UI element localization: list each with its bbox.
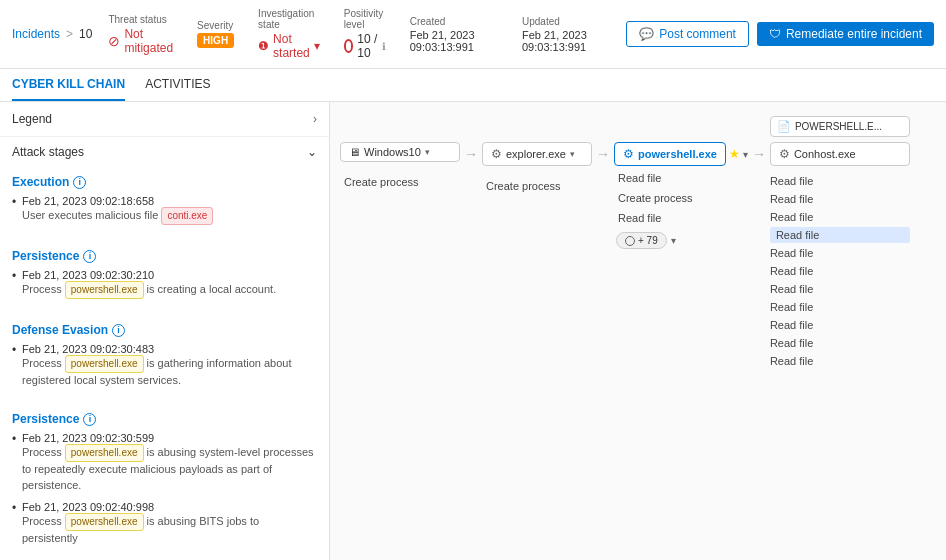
create-process-3: Create process [614, 190, 748, 206]
attack-stages-header[interactable]: Attack stages ⌄ [0, 137, 329, 167]
positivity-value: 10 / 10 ℹ [344, 32, 386, 60]
arrow-2: → [596, 146, 610, 162]
comment-icon: 💬 [639, 27, 654, 41]
rf-0: Read file [770, 173, 910, 189]
arrow-1: → [464, 146, 478, 162]
left-panel: Legend › Attack stages ⌄ Execution i Feb… [0, 102, 330, 560]
updated-item: Updated Feb 21, 2023 09:03:13:991 [522, 16, 610, 53]
threat-status-item: Threat status ⊘ Not mitigated [108, 14, 173, 55]
more-chevron-button[interactable]: ▾ [671, 235, 676, 246]
arrow-3: → [752, 146, 766, 162]
rf-2: Read file [770, 209, 910, 225]
create-process-2: Create process [482, 178, 592, 194]
powershell-child-icon: 📄 [777, 120, 791, 133]
stage-defense-evasion: Defense Evasion i Feb 21, 2023 09:02:30:… [0, 315, 329, 404]
breadcrumb-separator: > [66, 27, 73, 41]
threat-status-value: ⊘ Not mitigated [108, 27, 173, 55]
explorer-node[interactable]: ⚙ explorer.exe ▾ [482, 142, 592, 166]
threat-status-label: Threat status [108, 14, 173, 25]
investigation-label: Investigation state [258, 8, 320, 30]
main-content: Legend › Attack stages ⌄ Execution i Feb… [0, 102, 946, 560]
defense-info-icon: i [112, 324, 125, 337]
windows10-node[interactable]: 🖥 Windows10 ▾ [340, 142, 460, 162]
info-icon: ℹ [382, 41, 386, 52]
header: Incidents > 10 Threat status ⊘ Not mitig… [0, 0, 946, 69]
stage-persistence-2: Persistence i Feb 21, 2023 09:02:30:599 … [0, 404, 329, 560]
conti-exe-tag: conti.exe [161, 207, 213, 225]
positivity-item: Positivity level 10 / 10 ℹ [344, 8, 386, 60]
rf-5: Read file [770, 263, 910, 279]
rf-1: Read file [770, 191, 910, 207]
created-value: Feb 21, 2023 09:03:13:991 [410, 29, 498, 53]
investigation-value[interactable]: ❶ Not started ▾ [258, 32, 320, 60]
conhost-node[interactable]: ⚙ Conhost.exe [770, 142, 910, 166]
breadcrumb-current: 10 [79, 27, 92, 41]
persistence1-desc-0: Process powershell.exe is creating a loc… [22, 281, 317, 299]
gear-icon-ps: ⚙ [623, 147, 634, 161]
stage-persistence-1-title[interactable]: Persistence i [12, 249, 317, 263]
gear-icon-conhost: ⚙ [779, 147, 790, 161]
positivity-label: Positivity level [344, 8, 386, 30]
created-label: Created [410, 16, 498, 27]
rf-4: Read file [770, 245, 910, 261]
rf-6: Read file [770, 281, 910, 297]
stage-defense-evasion-title[interactable]: Defense Evasion i [12, 323, 317, 337]
windows-chevron-icon: ▾ [425, 147, 430, 157]
powershell-child-node[interactable]: 📄 POWERSHELL.E... [770, 116, 910, 137]
stage-execution-title[interactable]: Execution i [12, 175, 317, 189]
gear-icon: ⚙ [491, 147, 502, 161]
attack-stages-label: Attack stages [12, 145, 84, 159]
create-process-1: Create process [340, 174, 460, 190]
shield-check-icon: 🛡 [769, 27, 781, 41]
execution-info-icon: i [73, 176, 86, 189]
persistence2-info-icon: i [83, 413, 96, 426]
persistence2-event-0: Feb 21, 2023 09:02:30:599 Process powers… [12, 432, 317, 493]
updated-label: Updated [522, 16, 610, 27]
severity-item: Severity HIGH [197, 20, 234, 48]
powershell-tag-p2a: powershell.exe [65, 444, 144, 462]
powershell-tag-p1: powershell.exe [65, 281, 144, 299]
breadcrumb-link[interactable]: Incidents [12, 27, 60, 41]
more-badge[interactable]: + 79 [616, 232, 667, 249]
read-file-list: Read file Read file Read file Read file … [770, 173, 910, 369]
read-file-1: Read file [614, 170, 748, 186]
circle-icon [625, 236, 635, 246]
rf-9: Read file [770, 335, 910, 351]
header-actions: 💬 Post comment 🛡 Remediate entire incide… [626, 21, 934, 47]
rf-10: Read file [770, 353, 910, 369]
legend-arrow-icon: › [313, 112, 317, 126]
severity-badge: HIGH [197, 33, 234, 48]
persistence1-event-0: Feb 21, 2023 09:02:30:210 Process powers… [12, 269, 317, 299]
positivity-circle-icon [344, 39, 354, 53]
star-button[interactable]: ★ [729, 147, 740, 161]
persistence2-desc-0: Process powershell.exe is abusing system… [22, 444, 317, 493]
breadcrumb: Incidents > 10 [12, 27, 92, 41]
remediate-button[interactable]: 🛡 Remediate entire incident [757, 22, 934, 46]
investigation-item: Investigation state ❶ Not started ▾ [258, 8, 320, 60]
stage-persistence-2-title[interactable]: Persistence i [12, 412, 317, 426]
severity-label: Severity [197, 20, 234, 31]
execution-event-0: Feb 21, 2023 09:02:18:658 User executes … [12, 195, 317, 225]
defense-evasion-desc-0: Process powershell.exe is gathering info… [22, 355, 317, 388]
meta-section: Threat status ⊘ Not mitigated Severity H… [108, 8, 610, 60]
post-comment-button[interactable]: 💬 Post comment [626, 21, 749, 47]
rf-7: Read file [770, 299, 910, 315]
powershell-tag-de: powershell.exe [65, 355, 144, 373]
error-icon: ❶ [258, 39, 269, 53]
powershell-tag-p2b: powershell.exe [65, 513, 144, 531]
stage-execution: Execution i Feb 21, 2023 09:02:18:658 Us… [0, 167, 329, 241]
legend-section[interactable]: Legend › [0, 102, 329, 137]
explorer-chevron-icon: ▾ [570, 149, 575, 159]
severity-value: HIGH [197, 33, 234, 48]
collapse-icon: ⌄ [307, 145, 317, 159]
updated-value: Feb 21, 2023 09:03:13:991 [522, 29, 610, 53]
rf-3: Read file [770, 227, 910, 243]
tab-activities[interactable]: ACTIVITIES [145, 69, 210, 101]
tabs: CYBER KILL CHAIN ACTIVITIES [0, 69, 946, 102]
tab-cyber-kill-chain[interactable]: CYBER KILL CHAIN [12, 69, 125, 101]
monitor-icon: 🖥 [349, 146, 360, 158]
created-item: Created Feb 21, 2023 09:03:13:991 [410, 16, 498, 53]
read-file-2: Read file [614, 210, 748, 226]
persistence1-info-icon: i [83, 250, 96, 263]
powershell-node[interactable]: ⚙ powershell.exe [614, 142, 726, 166]
